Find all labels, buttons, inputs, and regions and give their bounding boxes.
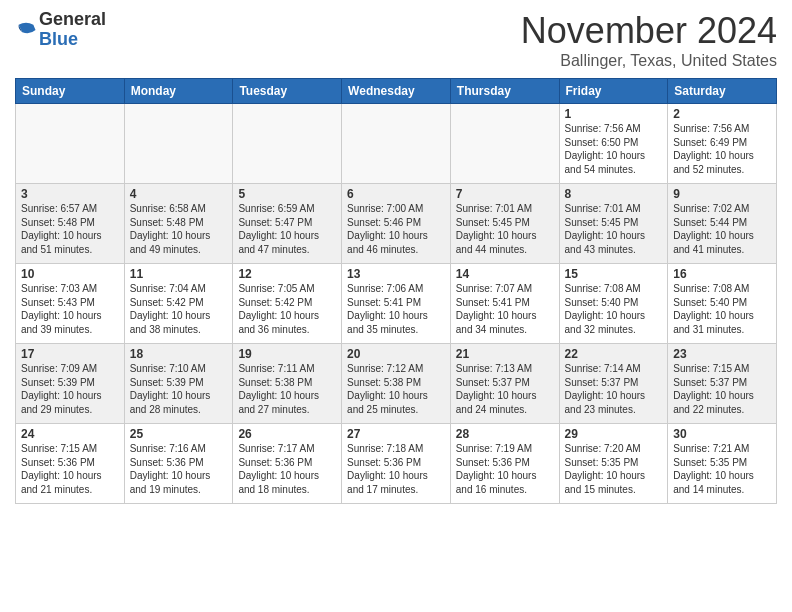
calendar-week-5: 24Sunrise: 7:15 AMSunset: 5:36 PMDayligh… [16, 424, 777, 504]
calendar-cell: 2Sunrise: 7:56 AMSunset: 6:49 PMDaylight… [668, 104, 777, 184]
calendar-cell: 12Sunrise: 7:05 AMSunset: 5:42 PMDayligh… [233, 264, 342, 344]
calendar-cell: 26Sunrise: 7:17 AMSunset: 5:36 PMDayligh… [233, 424, 342, 504]
calendar-cell [450, 104, 559, 184]
day-number: 11 [130, 267, 228, 281]
calendar-cell: 28Sunrise: 7:19 AMSunset: 5:36 PMDayligh… [450, 424, 559, 504]
day-number: 14 [456, 267, 554, 281]
day-info: Sunrise: 6:59 AMSunset: 5:47 PMDaylight:… [238, 202, 336, 256]
calendar-cell: 20Sunrise: 7:12 AMSunset: 5:38 PMDayligh… [342, 344, 451, 424]
day-number: 17 [21, 347, 119, 361]
day-info: Sunrise: 7:14 AMSunset: 5:37 PMDaylight:… [565, 362, 663, 416]
day-info: Sunrise: 7:03 AMSunset: 5:43 PMDaylight:… [21, 282, 119, 336]
day-number: 23 [673, 347, 771, 361]
calendar-cell: 19Sunrise: 7:11 AMSunset: 5:38 PMDayligh… [233, 344, 342, 424]
day-number: 21 [456, 347, 554, 361]
day-info: Sunrise: 7:08 AMSunset: 5:40 PMDaylight:… [565, 282, 663, 336]
day-number: 8 [565, 187, 663, 201]
calendar-header-wednesday: Wednesday [342, 79, 451, 104]
day-info: Sunrise: 7:09 AMSunset: 5:39 PMDaylight:… [21, 362, 119, 416]
page: General Blue November 2024 Ballinger, Te… [0, 0, 792, 612]
calendar-week-2: 3Sunrise: 6:57 AMSunset: 5:48 PMDaylight… [16, 184, 777, 264]
day-number: 4 [130, 187, 228, 201]
calendar-header-saturday: Saturday [668, 79, 777, 104]
day-number: 24 [21, 427, 119, 441]
logo: General Blue [15, 10, 106, 50]
calendar-cell: 9Sunrise: 7:02 AMSunset: 5:44 PMDaylight… [668, 184, 777, 264]
day-info: Sunrise: 7:21 AMSunset: 5:35 PMDaylight:… [673, 442, 771, 496]
day-number: 6 [347, 187, 445, 201]
logo-icon [15, 19, 37, 41]
calendar-cell: 11Sunrise: 7:04 AMSunset: 5:42 PMDayligh… [124, 264, 233, 344]
calendar-header-tuesday: Tuesday [233, 79, 342, 104]
day-info: Sunrise: 7:00 AMSunset: 5:46 PMDaylight:… [347, 202, 445, 256]
day-number: 20 [347, 347, 445, 361]
calendar-cell [233, 104, 342, 184]
calendar-cell: 15Sunrise: 7:08 AMSunset: 5:40 PMDayligh… [559, 264, 668, 344]
day-info: Sunrise: 7:18 AMSunset: 5:36 PMDaylight:… [347, 442, 445, 496]
day-info: Sunrise: 7:12 AMSunset: 5:38 PMDaylight:… [347, 362, 445, 416]
day-number: 1 [565, 107, 663, 121]
day-number: 7 [456, 187, 554, 201]
day-info: Sunrise: 7:05 AMSunset: 5:42 PMDaylight:… [238, 282, 336, 336]
day-info: Sunrise: 7:02 AMSunset: 5:44 PMDaylight:… [673, 202, 771, 256]
day-number: 10 [21, 267, 119, 281]
day-number: 22 [565, 347, 663, 361]
calendar-cell: 5Sunrise: 6:59 AMSunset: 5:47 PMDaylight… [233, 184, 342, 264]
calendar-cell: 21Sunrise: 7:13 AMSunset: 5:37 PMDayligh… [450, 344, 559, 424]
calendar-cell: 13Sunrise: 7:06 AMSunset: 5:41 PMDayligh… [342, 264, 451, 344]
calendar-header-thursday: Thursday [450, 79, 559, 104]
calendar-cell [16, 104, 125, 184]
day-number: 26 [238, 427, 336, 441]
day-number: 16 [673, 267, 771, 281]
day-info: Sunrise: 7:10 AMSunset: 5:39 PMDaylight:… [130, 362, 228, 416]
day-number: 28 [456, 427, 554, 441]
calendar-header-row: SundayMondayTuesdayWednesdayThursdayFrid… [16, 79, 777, 104]
day-info: Sunrise: 7:15 AMSunset: 5:37 PMDaylight:… [673, 362, 771, 416]
day-number: 5 [238, 187, 336, 201]
calendar-cell [342, 104, 451, 184]
header: General Blue November 2024 Ballinger, Te… [15, 10, 777, 70]
day-info: Sunrise: 7:17 AMSunset: 5:36 PMDaylight:… [238, 442, 336, 496]
day-number: 3 [21, 187, 119, 201]
day-info: Sunrise: 7:15 AMSunset: 5:36 PMDaylight:… [21, 442, 119, 496]
calendar-cell: 27Sunrise: 7:18 AMSunset: 5:36 PMDayligh… [342, 424, 451, 504]
calendar-header-sunday: Sunday [16, 79, 125, 104]
day-number: 30 [673, 427, 771, 441]
day-info: Sunrise: 7:01 AMSunset: 5:45 PMDaylight:… [456, 202, 554, 256]
day-number: 2 [673, 107, 771, 121]
calendar-cell: 16Sunrise: 7:08 AMSunset: 5:40 PMDayligh… [668, 264, 777, 344]
calendar-cell: 10Sunrise: 7:03 AMSunset: 5:43 PMDayligh… [16, 264, 125, 344]
calendar-cell: 8Sunrise: 7:01 AMSunset: 5:45 PMDaylight… [559, 184, 668, 264]
day-number: 27 [347, 427, 445, 441]
day-info: Sunrise: 7:16 AMSunset: 5:36 PMDaylight:… [130, 442, 228, 496]
day-info: Sunrise: 7:04 AMSunset: 5:42 PMDaylight:… [130, 282, 228, 336]
day-info: Sunrise: 7:07 AMSunset: 5:41 PMDaylight:… [456, 282, 554, 336]
day-number: 12 [238, 267, 336, 281]
calendar-cell: 30Sunrise: 7:21 AMSunset: 5:35 PMDayligh… [668, 424, 777, 504]
calendar-week-1: 1Sunrise: 7:56 AMSunset: 6:50 PMDaylight… [16, 104, 777, 184]
day-info: Sunrise: 7:19 AMSunset: 5:36 PMDaylight:… [456, 442, 554, 496]
calendar-cell: 23Sunrise: 7:15 AMSunset: 5:37 PMDayligh… [668, 344, 777, 424]
location: Ballinger, Texas, United States [521, 52, 777, 70]
calendar-cell: 29Sunrise: 7:20 AMSunset: 5:35 PMDayligh… [559, 424, 668, 504]
day-info: Sunrise: 7:08 AMSunset: 5:40 PMDaylight:… [673, 282, 771, 336]
calendar-header-monday: Monday [124, 79, 233, 104]
calendar-cell: 18Sunrise: 7:10 AMSunset: 5:39 PMDayligh… [124, 344, 233, 424]
logo-blue: Blue [39, 30, 106, 50]
calendar-cell [124, 104, 233, 184]
day-info: Sunrise: 6:58 AMSunset: 5:48 PMDaylight:… [130, 202, 228, 256]
day-number: 15 [565, 267, 663, 281]
calendar-cell: 4Sunrise: 6:58 AMSunset: 5:48 PMDaylight… [124, 184, 233, 264]
calendar-cell: 22Sunrise: 7:14 AMSunset: 5:37 PMDayligh… [559, 344, 668, 424]
day-info: Sunrise: 7:56 AMSunset: 6:50 PMDaylight:… [565, 122, 663, 176]
logo-general: General [39, 10, 106, 30]
day-info: Sunrise: 7:56 AMSunset: 6:49 PMDaylight:… [673, 122, 771, 176]
calendar-cell: 24Sunrise: 7:15 AMSunset: 5:36 PMDayligh… [16, 424, 125, 504]
day-info: Sunrise: 6:57 AMSunset: 5:48 PMDaylight:… [21, 202, 119, 256]
calendar-cell: 25Sunrise: 7:16 AMSunset: 5:36 PMDayligh… [124, 424, 233, 504]
day-number: 25 [130, 427, 228, 441]
day-info: Sunrise: 7:20 AMSunset: 5:35 PMDaylight:… [565, 442, 663, 496]
day-info: Sunrise: 7:01 AMSunset: 5:45 PMDaylight:… [565, 202, 663, 256]
month-title: November 2024 [521, 10, 777, 52]
title-area: November 2024 Ballinger, Texas, United S… [521, 10, 777, 70]
